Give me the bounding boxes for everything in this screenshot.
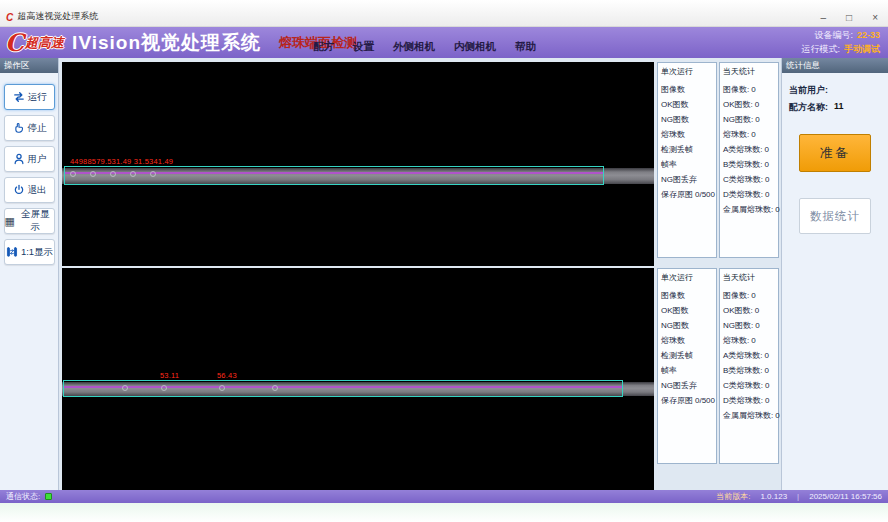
groupbox-title: 单次运行 — [661, 66, 713, 77]
power-icon — [12, 183, 26, 197]
measurement-annotation: 53.11 — [160, 371, 179, 380]
menu-item[interactable]: 设置 — [353, 40, 374, 54]
version-value: 1.0.123 — [760, 492, 787, 501]
today-rows: 图像数:0OK图数:0NG图数:0熔珠数:0A类熔珠数:0B类熔珠数:0C类熔珠… — [723, 82, 775, 217]
stat-row: A类熔珠数:0 — [723, 142, 775, 157]
stat-value: 0 — [755, 306, 759, 315]
menu-item[interactable]: 配方 — [313, 40, 334, 54]
stat-row: NG图数 — [661, 112, 713, 127]
user-button[interactable]: 用户 — [4, 146, 55, 172]
version-label: 当前版本: — [716, 491, 750, 502]
stats-section-outer: 单次运行 图像数OK图数NG图数熔珠数检测丢帧帧率NG图丢弃保存原图0/500 … — [657, 62, 779, 258]
stat-label: B类熔珠数: — [723, 159, 763, 170]
stat-label: 检测丢帧 — [661, 144, 693, 155]
today-rows: 图像数:0OK图数:0NG图数:0熔珠数:0A类熔珠数:0B类熔珠数:0C类熔珠… — [723, 288, 775, 423]
os-titlebar: C 超高速视觉处理系统 – □ × — [0, 0, 888, 27]
exit-button[interactable]: 退出 — [4, 177, 55, 203]
menu-item[interactable]: 内侧相机 — [454, 40, 496, 54]
stat-value: 0 — [765, 381, 769, 390]
statistics-info-panel: 统计信息 当前用户: 配方名称: 11 准备 数据统计 — [781, 58, 888, 490]
user-icon — [12, 152, 26, 166]
app-logo-icon: C — [6, 12, 13, 23]
stat-row: 熔珠数 — [661, 333, 713, 348]
run-mode-value: 手动调试 — [844, 44, 880, 54]
app-window: C 超高速视觉处理系统 – □ × C 超高速 IVision视觉处理系统 熔珠… — [0, 0, 888, 522]
stat-value: 0 — [751, 336, 755, 345]
measurement-annotation: 44988579.531.49 31.5341.49 — [70, 157, 173, 166]
stat-value: 0 — [765, 145, 769, 154]
data-statistics-button[interactable]: 数据统计 — [799, 198, 871, 234]
close-icon[interactable]: × — [872, 13, 878, 23]
minimize-icon[interactable]: – — [821, 13, 827, 23]
stat-row: 图像数 — [661, 288, 713, 303]
stat-label: OK图数 — [661, 305, 689, 316]
menu-item[interactable]: 外侧相机 — [393, 40, 435, 54]
stat-value: 0 — [775, 411, 779, 420]
menubar: 配方设置外侧相机内侧相机帮助 — [313, 40, 536, 54]
operation-sidebar: 操作区 运行 停止 用户 — [0, 58, 59, 490]
stat-value: 0 — [765, 351, 769, 360]
laser-line — [65, 172, 603, 174]
fullscreen-button[interactable]: ▦ 全屏显示 — [4, 208, 55, 234]
stat-row: 图像数:0 — [723, 82, 775, 97]
run-button[interactable]: 运行 — [4, 84, 55, 110]
stop-button[interactable]: 停止 — [4, 115, 55, 141]
today-stats-groupbox: 当天统计 图像数:0OK图数:0NG图数:0熔珠数:0A类熔珠数:0B类熔珠数:… — [719, 62, 779, 258]
bead-marker — [272, 385, 278, 391]
bead-marker — [70, 171, 76, 177]
stat-value: 0 — [765, 366, 769, 375]
stat-row: 图像数 — [661, 82, 713, 97]
stat-row: 保存原图0/500 — [661, 187, 713, 202]
stat-row: D类熔珠数:0 — [723, 393, 775, 408]
stat-value: 0/500 — [695, 396, 715, 405]
single-run-groupbox: 单次运行 图像数OK图数NG图数熔珠数检测丢帧帧率NG图丢弃保存原图0/500 — [657, 268, 717, 464]
stat-label: OK图数: — [723, 99, 753, 110]
stat-value: 0/500 — [695, 190, 715, 199]
camera-view-inner: 53.11 56.43 — [62, 268, 654, 490]
stat-row: NG图数:0 — [723, 112, 775, 127]
stat-label: 图像数 — [661, 84, 685, 95]
main-area: 操作区 运行 停止 用户 — [0, 58, 888, 490]
stat-row: 熔珠数 — [661, 127, 713, 142]
single-run-rows: 图像数OK图数NG图数熔珠数检测丢帧帧率NG图丢弃保存原图0/500 — [661, 82, 713, 202]
stat-value: 0 — [765, 396, 769, 405]
stat-value: 0 — [765, 190, 769, 199]
stat-label: C类熔珠数: — [723, 174, 763, 185]
stat-row: B类熔珠数:0 — [723, 157, 775, 172]
stat-row: 熔珠数:0 — [723, 127, 775, 142]
groupbox-title: 当天统计 — [723, 66, 775, 77]
stat-label: 熔珠数 — [661, 129, 685, 140]
run-mode-row: 运行模式:手动调试 — [801, 43, 880, 57]
stat-label: 熔珠数: — [723, 129, 749, 140]
stop-button-label: 停止 — [28, 122, 47, 135]
stat-row: 帧率 — [661, 363, 713, 378]
stat-row: OK图数 — [661, 97, 713, 112]
stat-label: OK图数 — [661, 99, 689, 110]
current-user-row: 当前用户: — [789, 84, 881, 97]
stat-row: 图像数:0 — [723, 288, 775, 303]
prepare-button[interactable]: 准备 — [799, 134, 871, 172]
menu-item[interactable]: 帮助 — [515, 40, 536, 54]
bead-marker — [219, 385, 225, 391]
bead-marker — [122, 385, 128, 391]
maximize-icon[interactable]: □ — [846, 13, 852, 23]
fullscreen-grid-icon: ▦ — [5, 216, 15, 227]
stat-row: 金属屑熔珠数:0 — [723, 202, 775, 217]
stat-label: C类熔珠数: — [723, 380, 763, 391]
stat-label: A类熔珠数: — [723, 350, 763, 361]
stat-label: 熔珠数: — [723, 335, 749, 346]
bead-marker — [130, 171, 136, 177]
stat-label: D类熔珠数: — [723, 189, 763, 200]
stat-row: NG图丢弃 — [661, 172, 713, 187]
stat-row: B类熔珠数:0 — [723, 363, 775, 378]
user-button-label: 用户 — [28, 153, 47, 166]
stat-value: 0 — [775, 205, 779, 214]
page-title: IVision视觉处理系统 — [72, 30, 261, 56]
stat-label: 保存原图 — [661, 189, 693, 200]
brand-logo-icon: C — [5, 31, 24, 55]
stat-value: 0 — [751, 130, 755, 139]
one-to-one-button[interactable]: 1:1显示 — [4, 239, 55, 265]
stat-label: NG图数 — [661, 114, 689, 125]
stat-label: OK图数: — [723, 305, 753, 316]
stat-label: B类熔珠数: — [723, 365, 763, 376]
